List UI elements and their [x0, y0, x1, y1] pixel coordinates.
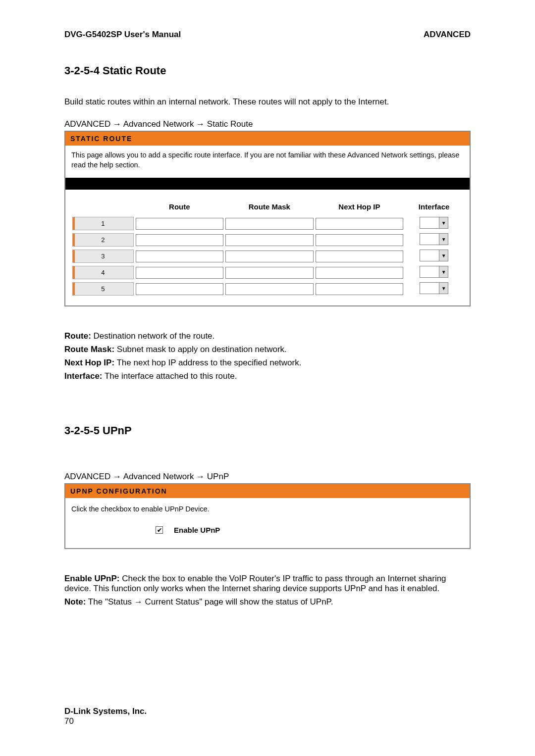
- upnp-panel-desc: Click the checkbox to enable UPnP Device…: [71, 505, 464, 513]
- table-row: 2▼: [72, 233, 463, 247]
- chevron-down-icon[interactable]: ▼: [439, 217, 448, 228]
- def-nexthop-text: The next hop IP address to the specified…: [114, 358, 301, 367]
- static-route-panel: STATIC ROUTE This page allows you to add…: [64, 131, 471, 306]
- col-next-hop-ip: Next Hop IP: [316, 202, 404, 214]
- section-tag: ADVANCED: [424, 30, 471, 40]
- footer-company: D-Link Systems, Inc.: [64, 706, 147, 716]
- row-number: 3: [72, 250, 134, 263]
- col-route: Route: [136, 202, 224, 214]
- panel-blackbar: [65, 178, 470, 190]
- row-number: 2: [72, 233, 134, 247]
- chevron-down-icon[interactable]: ▼: [439, 283, 448, 294]
- static-route-heading: 3-2-5-4 Static Route: [64, 64, 471, 77]
- upnp-breadcrumb: ADVANCED → Advanced Network → UPnP: [64, 472, 471, 482]
- note-text: The "Status → Current Status" page will …: [86, 597, 333, 606]
- route-input[interactable]: [136, 234, 224, 246]
- def-route-text: Destination network of the route.: [91, 331, 214, 341]
- table-row: 1▼: [72, 217, 463, 230]
- chevron-down-icon[interactable]: ▼: [439, 234, 448, 245]
- upnp-heading: 3-2-5-5 UPnP: [64, 424, 471, 437]
- upnp-panel: UPNP CONFIGURATION Click the checkbox to…: [64, 483, 471, 549]
- static-route-intro: Build static routes within an internal n…: [64, 97, 471, 107]
- enable-upnp-label: Enable UPnP: [174, 526, 220, 534]
- static-route-panel-desc: This page allows you to add a specific r…: [65, 146, 470, 178]
- mask-input[interactable]: [225, 234, 314, 246]
- static-route-table: Route Route Mask Next Hop IP Interface 1…: [70, 200, 465, 299]
- interface-select[interactable]: ▼: [420, 250, 448, 261]
- mask-input[interactable]: [225, 283, 314, 295]
- interface-select[interactable]: ▼: [420, 233, 448, 245]
- row-number: 4: [72, 266, 134, 279]
- nexthop-input[interactable]: [316, 218, 404, 230]
- col-interface: Interface: [405, 202, 463, 214]
- def-mask-label: Route Mask:: [64, 345, 114, 354]
- def-enable-upnp-text: Check the box to enable the VoIP Router'…: [64, 574, 446, 593]
- chevron-down-icon[interactable]: ▼: [439, 266, 448, 277]
- row-number: 1: [72, 217, 134, 230]
- table-row: 4▼: [72, 266, 463, 279]
- route-input[interactable]: [136, 251, 224, 262]
- mask-input[interactable]: [225, 251, 314, 262]
- route-input[interactable]: [136, 218, 224, 230]
- table-row: 3▼: [72, 250, 463, 263]
- static-route-panel-title: STATIC ROUTE: [65, 132, 470, 146]
- interface-select[interactable]: ▼: [420, 282, 448, 294]
- row-number: 5: [72, 282, 134, 296]
- def-enable-upnp-label: Enable UPnP:: [64, 574, 119, 583]
- def-nexthop-label: Next Hop IP:: [64, 358, 114, 367]
- upnp-panel-title: UPNP CONFIGURATION: [65, 484, 470, 498]
- def-iface-text: The interface attached to this route.: [103, 371, 237, 381]
- table-row: 5▼: [72, 282, 463, 296]
- mask-input[interactable]: [225, 267, 314, 279]
- nexthop-input[interactable]: [316, 283, 404, 295]
- col-route-mask: Route Mask: [225, 202, 314, 214]
- nexthop-input[interactable]: [316, 251, 404, 262]
- interface-select[interactable]: ▼: [420, 266, 448, 278]
- nexthop-input[interactable]: [316, 267, 404, 279]
- interface-select[interactable]: ▼: [420, 217, 448, 229]
- route-input[interactable]: [136, 283, 224, 295]
- def-route-label: Route:: [64, 331, 91, 341]
- manual-title: DVG-G5402SP User's Manual: [64, 30, 181, 40]
- footer-page-number: 70: [64, 716, 74, 726]
- route-input[interactable]: [136, 267, 224, 279]
- note-label: Note:: [64, 597, 86, 606]
- nexthop-input[interactable]: [316, 234, 404, 246]
- page-footer: D-Link Systems, Inc. 70: [64, 706, 147, 726]
- enable-upnp-checkbox[interactable]: ✔: [156, 526, 163, 534]
- def-mask-text: Subnet mask to apply on destination netw…: [114, 345, 287, 354]
- mask-input[interactable]: [225, 218, 314, 230]
- chevron-down-icon[interactable]: ▼: [439, 250, 448, 261]
- static-route-breadcrumb: ADVANCED → Advanced Network → Static Rou…: [64, 119, 471, 129]
- def-iface-label: Interface:: [64, 371, 103, 381]
